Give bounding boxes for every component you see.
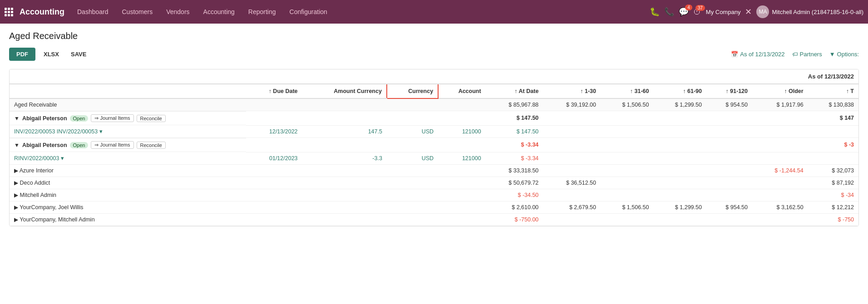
close-icon[interactable]: ✕ bbox=[745, 7, 752, 17]
group-abigail2-reconcile-btn[interactable]: Reconcile bbox=[137, 142, 166, 149]
group-abigail1-badge: Open bbox=[70, 115, 89, 122]
nav-accounting[interactable]: Accounting bbox=[197, 5, 241, 18]
xlsx-button[interactable]: XLSX bbox=[40, 48, 63, 61]
summary-older: $ 1,917.96 bbox=[752, 98, 808, 111]
nav-configuration[interactable]: Configuration bbox=[283, 5, 334, 18]
bug-icon[interactable]: 🐛 bbox=[650, 7, 660, 17]
nav-reporting[interactable]: Reporting bbox=[242, 5, 282, 18]
group-abigail2-partner: Abigail Peterson bbox=[22, 142, 67, 148]
group-abigail1-reconcile-btn[interactable]: Reconcile bbox=[137, 115, 166, 122]
rinv-due-date: 01/12/2023 bbox=[246, 152, 302, 165]
summary-row: Aged Receivable $ 85,967.88 $ 39,192.00 … bbox=[10, 98, 858, 111]
joel-at-date: $ 2,610.00 bbox=[486, 201, 543, 214]
as-of-header: As of 12/13/2022 bbox=[486, 69, 858, 84]
joel-1-30: $ 2,679.50 bbox=[543, 201, 601, 214]
azure-at-date: $ 33,318.50 bbox=[486, 165, 543, 177]
nav-dashboard[interactable]: Dashboard bbox=[71, 5, 115, 18]
yourcompany-mitchell-total: $ -750 bbox=[808, 214, 858, 226]
col-currency[interactable]: Currency bbox=[387, 84, 438, 98]
col-1-30[interactable]: ↑ 1-30 bbox=[543, 84, 601, 98]
mitchell-toggle[interactable]: ▶ bbox=[14, 192, 18, 198]
col-name bbox=[10, 84, 246, 98]
rinv-ref[interactable]: RINV/2022/00003 ▾ bbox=[10, 152, 246, 165]
summary-91-120: $ 954.50 bbox=[706, 98, 752, 111]
nav-menu: Dashboard Customers Vendors Accounting R… bbox=[71, 5, 648, 18]
deco-name: ▶ Deco Addict bbox=[10, 177, 246, 189]
azure-name: ▶ Azure Interior bbox=[10, 165, 246, 177]
col-at-date[interactable]: ↑ At Date bbox=[486, 84, 543, 98]
col-due-date[interactable]: ↑ Due Date bbox=[246, 84, 302, 98]
app-grid-icon bbox=[5, 8, 13, 16]
col-amount-currency[interactable]: Amount Currency bbox=[302, 84, 387, 98]
summary-31-60: $ 1,506.50 bbox=[601, 98, 653, 111]
partners-filter[interactable]: 🏷 Partners bbox=[792, 51, 822, 58]
yourcompany-mitchell-toggle[interactable]: ▶ bbox=[14, 216, 18, 223]
as-of-date[interactable]: 📅 As of 12/13/2022 bbox=[731, 51, 784, 58]
page-title: Aged Receivable bbox=[9, 31, 859, 41]
aged-receivable-table: As of 12/13/2022 ↑ Due Date Amount Curre… bbox=[10, 69, 858, 226]
group-abigail2-header: ▼ Abigail Peterson Open ⇒ Journal Items … bbox=[10, 138, 858, 152]
avatar: MA bbox=[756, 5, 769, 18]
joel-total: $ 12,212 bbox=[808, 201, 858, 214]
inv-ref[interactable]: INV/2022/00053 INV/2022/00053 ▾ bbox=[10, 125, 246, 138]
group-abigail1-toggle[interactable]: ▼ bbox=[14, 115, 20, 122]
sub-row-rinv-00003: RINV/2022/00003 ▾ 01/12/2023 -3.3 USD 12… bbox=[10, 152, 858, 165]
app-title: Accounting bbox=[20, 7, 64, 17]
group-abigail1-header: ▼ Abigail Peterson Open ⇒ Journal Items … bbox=[10, 111, 858, 126]
summary-label: Aged Receivable bbox=[10, 98, 246, 111]
clock-icon[interactable]: ⏱ 37 bbox=[693, 7, 701, 17]
group-abigail1-journal-btn[interactable]: ⇒ Journal Items bbox=[91, 114, 133, 122]
azure-toggle[interactable]: ▶ bbox=[14, 167, 18, 174]
top-navigation: Accounting Dashboard Customers Vendors A… bbox=[0, 0, 868, 24]
app-brand[interactable]: Accounting bbox=[5, 7, 64, 17]
group-abigail2-total: $ -3 bbox=[808, 138, 858, 152]
rinv-link-00003[interactable]: RINV/2022/00003 ▾ bbox=[14, 155, 64, 162]
joel-31-60: $ 1,506.50 bbox=[601, 201, 653, 214]
col-account[interactable]: Account bbox=[438, 84, 486, 98]
nav-right-section: 🐛 📞 💬 4 ⏱ 37 My Company ✕ MA Mitchell Ad… bbox=[650, 5, 863, 18]
inv-account: 121000 bbox=[438, 125, 486, 138]
chat-badge: 4 bbox=[685, 5, 692, 10]
col-31-60[interactable]: ↑ 31-60 bbox=[601, 84, 653, 98]
phone-icon[interactable]: 📞 bbox=[664, 7, 674, 17]
summary-currency bbox=[387, 98, 438, 111]
deco-toggle[interactable]: ▶ bbox=[14, 180, 18, 186]
partner-row-azure: ▶ Azure Interior $ 33,318.50 $ -1,244.54 bbox=[10, 165, 858, 177]
col-older[interactable]: ↑ Older bbox=[752, 84, 808, 98]
company-selector[interactable]: My Company bbox=[706, 9, 741, 15]
group-abigail2-badge: Open bbox=[70, 142, 89, 148]
summary-61-90: $ 1,299.50 bbox=[653, 98, 706, 111]
save-button[interactable]: SAVE bbox=[67, 48, 90, 61]
table-wrapper[interactable]: As of 12/13/2022 ↑ Due Date Amount Curre… bbox=[10, 69, 858, 226]
clock-badge: 37 bbox=[695, 5, 705, 11]
group-abigail2-name: ▼ Abigail Peterson Open ⇒ Journal Items … bbox=[10, 138, 246, 152]
header-spacer bbox=[10, 69, 486, 84]
inv-currency: USD bbox=[387, 125, 438, 138]
options-filter[interactable]: ▼ Options: bbox=[829, 51, 859, 58]
summary-due-date bbox=[246, 98, 302, 111]
nav-customers[interactable]: Customers bbox=[116, 5, 159, 18]
summary-total: $ 130,838 bbox=[808, 98, 858, 111]
deco-total: $ 87,192 bbox=[808, 177, 858, 189]
chat-icon[interactable]: 💬 4 bbox=[679, 7, 689, 17]
joel-toggle[interactable]: ▶ bbox=[14, 204, 18, 211]
group-abigail2-journal-btn[interactable]: ⇒ Journal Items bbox=[91, 141, 133, 149]
group-abigail2-at-date: $ -3.34 bbox=[486, 138, 543, 152]
col-61-90[interactable]: ↑ 61-90 bbox=[653, 84, 706, 98]
sub-row-inv-00053: INV/2022/00053 INV/2022/00053 ▾ 12/13/20… bbox=[10, 125, 858, 138]
toolbar: PDF XLSX SAVE 📅 As of 12/13/2022 🏷 Partn… bbox=[9, 48, 859, 61]
col-91-120[interactable]: ↑ 91-120 bbox=[706, 84, 752, 98]
partner-row-deco: ▶ Deco Addict $ 50,679.72 $ 36,512.50 bbox=[10, 177, 858, 189]
partner-row-joel: ▶ YourCompany, Joel Willis $ 2,610.00 $ … bbox=[10, 201, 858, 214]
pdf-button[interactable]: PDF bbox=[9, 48, 35, 61]
group-abigail2-toggle[interactable]: ▼ bbox=[14, 142, 20, 148]
group-abigail1-at-date: $ 147.50 bbox=[486, 111, 543, 126]
inv-link-00053[interactable]: INV/2022/00053 INV/2022/00053 ▾ bbox=[14, 128, 103, 135]
calendar-icon: 📅 bbox=[731, 51, 738, 58]
col-total[interactable]: ↑ T bbox=[808, 84, 858, 98]
nav-vendors[interactable]: Vendors bbox=[160, 5, 196, 18]
toolbar-right: 📅 As of 12/13/2022 🏷 Partners ▼ Options: bbox=[731, 51, 859, 58]
joel-name: ▶ YourCompany, Joel Willis bbox=[10, 201, 246, 214]
group-abigail1-partner: Abigail Peterson bbox=[22, 115, 67, 122]
user-menu[interactable]: MA Mitchell Admin (21847185-16-0-all) bbox=[756, 5, 863, 18]
